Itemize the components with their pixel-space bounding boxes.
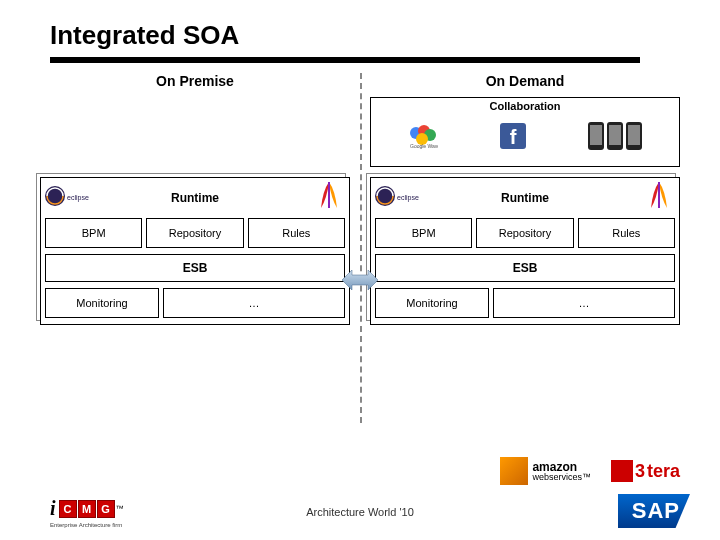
on-demand-header: On Demand bbox=[370, 73, 680, 89]
icmg-logo: i C M G ™ Enterprise Architecture firm bbox=[50, 497, 124, 528]
svg-marker-0 bbox=[342, 270, 378, 290]
on-demand-stack: eclipse Runtime BPM Repository Rules ESB bbox=[370, 177, 680, 325]
runtime-row-left: eclipse Runtime bbox=[45, 184, 345, 212]
collab-spacer bbox=[40, 97, 350, 167]
bidirectional-arrow-icon bbox=[342, 268, 378, 292]
cell-esb: ESB bbox=[375, 254, 675, 282]
cell-more: … bbox=[163, 288, 345, 318]
apache-feather-icon bbox=[315, 180, 343, 210]
eclipse-icon: eclipse bbox=[43, 184, 91, 208]
google-wave-icon: Google Wave bbox=[408, 123, 438, 149]
svg-text:eclipse: eclipse bbox=[67, 194, 89, 202]
eclipse-icon: eclipse bbox=[373, 184, 421, 208]
mobile-devices-icon bbox=[588, 122, 642, 150]
cell-esb: ESB bbox=[45, 254, 345, 282]
cell-repository: Repository bbox=[476, 218, 573, 248]
svg-point-8 bbox=[375, 186, 395, 206]
on-demand-column: On Demand Collaboration Google Wave f bbox=[360, 73, 690, 325]
row-monitoring: Monitoring … bbox=[45, 288, 345, 318]
cell-repository: Repository bbox=[146, 218, 243, 248]
row-monitoring: Monitoring … bbox=[375, 288, 675, 318]
columns-wrap: On Premise eclipse Runtime bbox=[30, 73, 690, 325]
on-premise-column: On Premise eclipse Runtime bbox=[30, 73, 360, 325]
tera-cube-icon bbox=[611, 460, 633, 482]
cell-more: … bbox=[493, 288, 675, 318]
svg-text:Google Wave: Google Wave bbox=[410, 143, 438, 149]
row-bpm-repo-rules: BPM Repository Rules bbox=[45, 218, 345, 248]
apache-feather-icon bbox=[645, 180, 673, 210]
cell-rules: Rules bbox=[248, 218, 345, 248]
slide-title: Integrated SOA bbox=[50, 20, 690, 51]
aws-logo: amazonwebservices™ bbox=[500, 457, 591, 485]
on-premise-header: On Premise bbox=[40, 73, 350, 89]
svg-text:eclipse: eclipse bbox=[397, 194, 419, 202]
cell-rules: Rules bbox=[578, 218, 675, 248]
runtime-row-right: eclipse Runtime bbox=[375, 184, 675, 212]
cloud-provider-logos: amazonwebservices™ 3tera bbox=[500, 457, 680, 485]
center-divider bbox=[360, 73, 362, 423]
facebook-icon: f bbox=[500, 123, 526, 149]
row-bpm-repo-rules: BPM Repository Rules bbox=[375, 218, 675, 248]
footer: i C M G ™ Enterprise Architecture firm S… bbox=[0, 494, 720, 528]
sap-logo: SAP bbox=[618, 494, 690, 528]
on-premise-stack: eclipse Runtime BPM Repository Rules ESB bbox=[40, 177, 350, 325]
runtime-label: Runtime bbox=[501, 191, 549, 205]
aws-cube-icon bbox=[500, 457, 528, 485]
cell-monitoring: Monitoring bbox=[375, 288, 489, 318]
svg-point-1 bbox=[45, 186, 65, 206]
icmg-tagline: Enterprise Architecture firm bbox=[50, 522, 122, 528]
title-underline bbox=[50, 57, 640, 63]
cell-bpm: BPM bbox=[375, 218, 472, 248]
collaboration-label: Collaboration bbox=[377, 100, 673, 112]
3tera-logo: 3tera bbox=[611, 460, 680, 482]
collaboration-box: Collaboration Google Wave f bbox=[370, 97, 680, 167]
runtime-label: Runtime bbox=[171, 191, 219, 205]
cell-monitoring: Monitoring bbox=[45, 288, 159, 318]
cell-bpm: BPM bbox=[45, 218, 142, 248]
